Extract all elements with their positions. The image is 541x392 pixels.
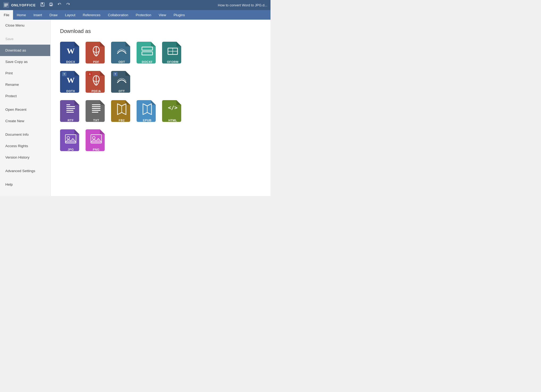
menu-layout[interactable]: Layout	[61, 10, 79, 20]
format-rtf[interactable]: RTF	[60, 100, 81, 124]
main-layout: Close Menu Save Download as Save Copy as…	[0, 20, 270, 196]
sidebar-item-rename[interactable]: Rename	[0, 79, 50, 90]
png-label: PNG	[93, 148, 99, 151]
format-jpg[interactable]: JPG	[60, 129, 81, 153]
sidebar: Close Menu Save Download as Save Copy as…	[0, 20, 50, 196]
format-dotx[interactable]: T W DOTX	[60, 71, 81, 95]
page-title: Download as	[60, 28, 261, 34]
menu-references[interactable]: References	[79, 10, 104, 20]
txt-label: TXT	[93, 119, 99, 122]
svg-rect-19	[92, 106, 100, 107]
menu-view[interactable]: View	[155, 10, 170, 20]
menu-draw[interactable]: Draw	[46, 10, 61, 20]
oform-label: OFORM	[167, 60, 178, 63]
format-fb2[interactable]: FB2	[111, 100, 132, 124]
svg-rect-18	[92, 104, 100, 105]
svg-rect-21	[92, 110, 100, 111]
epub-label: EPUB	[143, 119, 152, 122]
sidebar-item-help[interactable]: Help	[0, 179, 50, 190]
pdfa-label: PDF/A	[91, 90, 101, 93]
menu-insert[interactable]: Insert	[30, 10, 46, 20]
format-row-1: T W DOTX A PDF/A	[60, 71, 261, 95]
svg-point-26	[92, 137, 95, 139]
jpg-label: JPG	[67, 148, 74, 151]
content-area: Download as W DOCX	[50, 20, 270, 196]
svg-point-7	[52, 4, 52, 5]
menu-protection[interactable]: Protection	[132, 10, 155, 20]
menu-collaboration[interactable]: Collaboration	[104, 10, 132, 20]
format-row-2: RTF TXT	[60, 100, 261, 124]
onlyoffice-logo-icon	[3, 2, 9, 8]
title-bar: ONLYOFFICE	[0, 0, 270, 10]
svg-rect-14	[66, 106, 75, 107]
dotx-label: DOTX	[66, 90, 75, 93]
format-docx[interactable]: W DOCX	[60, 42, 81, 66]
sidebar-item-save: Save	[0, 33, 50, 45]
format-ott[interactable]: T OTT	[111, 71, 132, 95]
logo-area: ONLYOFFICE	[3, 2, 36, 8]
title-bar-tools	[40, 2, 70, 8]
format-html[interactable]: </> HTML	[162, 100, 183, 124]
sidebar-item-create-new[interactable]: Create New	[0, 115, 50, 127]
svg-rect-3	[41, 5, 44, 6]
sidebar-item-document-info[interactable]: Document Info	[0, 129, 50, 140]
svg-rect-15	[66, 108, 75, 109]
menu-bar: File Home Insert Draw Layout References …	[0, 10, 270, 20]
sidebar-item-access-rights[interactable]: Access Rights	[0, 140, 50, 152]
fb2-label: FB2	[119, 119, 125, 122]
docxf-label: DOCXF	[142, 60, 153, 63]
save-tool-icon[interactable]	[40, 2, 45, 8]
document-filename: How to convert Word to JPG.d...	[218, 3, 267, 7]
svg-rect-9	[142, 52, 153, 55]
svg-rect-17	[66, 112, 74, 113]
format-row-0: W DOCX PDF	[60, 42, 261, 66]
sidebar-item-protect[interactable]: Protect	[0, 90, 50, 102]
svg-rect-22	[92, 112, 98, 113]
html-label: HTML	[168, 119, 177, 122]
logo-text: ONLYOFFICE	[11, 3, 36, 7]
rtf-label: RTF	[68, 119, 74, 122]
svg-point-24	[67, 137, 70, 139]
svg-rect-13	[66, 104, 70, 105]
sidebar-item-close-menu[interactable]: Close Menu	[0, 20, 50, 31]
docx-label: DOCX	[66, 60, 75, 63]
ott-label: OTT	[119, 90, 125, 93]
svg-rect-2	[41, 3, 43, 4]
svg-rect-16	[66, 110, 73, 111]
sidebar-item-download-as[interactable]: Download as	[0, 45, 50, 56]
format-docxf[interactable]: DOCXF	[137, 42, 158, 66]
sidebar-item-open-file-location[interactable]: Open file location	[0, 192, 50, 196]
format-row-3: JPG PNG	[60, 129, 261, 153]
odt-label: ODT	[119, 60, 125, 63]
pdf-label: PDF	[93, 60, 99, 63]
svg-rect-6	[50, 5, 52, 6]
menu-plugins[interactable]: Plugins	[170, 10, 189, 20]
sidebar-item-advanced-settings[interactable]: Advanced Settings	[0, 165, 50, 177]
format-txt[interactable]: TXT	[86, 100, 107, 124]
undo-tool-icon[interactable]	[57, 2, 62, 8]
print-tool-icon[interactable]	[49, 2, 53, 8]
format-epub[interactable]: EPUB	[137, 100, 158, 124]
sidebar-item-version-history[interactable]: Version History	[0, 152, 50, 163]
format-oform[interactable]: OFORM	[162, 42, 183, 66]
sidebar-item-print[interactable]: Print	[0, 67, 50, 79]
menu-home[interactable]: Home	[13, 10, 30, 20]
redo-tool-icon[interactable]	[66, 2, 70, 8]
svg-rect-8	[142, 47, 153, 50]
svg-rect-20	[92, 108, 100, 109]
format-pdf[interactable]: PDF	[86, 42, 107, 66]
sidebar-item-open-recent[interactable]: Open Recent	[0, 104, 50, 115]
format-pdfa[interactable]: A PDF/A	[86, 71, 107, 95]
sidebar-item-save-copy-as[interactable]: Save Copy as	[0, 56, 50, 67]
format-png[interactable]: PNG	[86, 129, 107, 153]
menu-file[interactable]: File	[0, 10, 13, 20]
format-odt[interactable]: ODT	[111, 42, 132, 66]
